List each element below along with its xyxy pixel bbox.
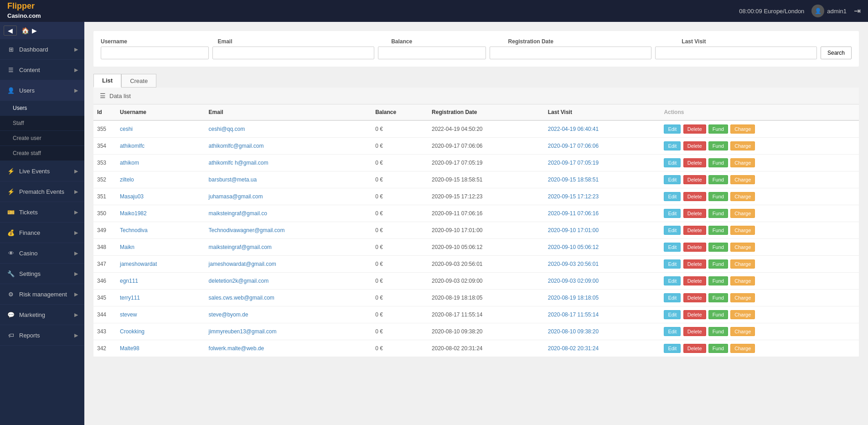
email-link[interactable]: jimmyreuben13@gmail.com bbox=[209, 328, 277, 335]
delete-button[interactable]: Delete bbox=[683, 327, 706, 336]
edit-button[interactable]: Edit bbox=[664, 276, 681, 285]
delete-button[interactable]: Delete bbox=[683, 344, 706, 353]
username-link[interactable]: terry111 bbox=[120, 295, 140, 301]
email-link[interactable]: maiksteingraf@gmail.co bbox=[209, 210, 267, 217]
sidebar-sub-item-staff[interactable]: Staff bbox=[0, 116, 84, 131]
username-link[interactable]: Maiko1982 bbox=[120, 210, 147, 217]
edit-button[interactable]: Edit bbox=[664, 243, 681, 252]
charge-button[interactable]: Charge bbox=[730, 141, 755, 150]
fund-button[interactable]: Fund bbox=[708, 226, 728, 235]
delete-button[interactable]: Delete bbox=[683, 124, 706, 134]
balance-input[interactable] bbox=[378, 47, 486, 59]
username-link[interactable]: ziltelo bbox=[120, 176, 134, 183]
username-link[interactable]: Crookking bbox=[120, 328, 145, 335]
sidebar-item-tickets[interactable]: 🎫 Tickets ▶ bbox=[0, 202, 84, 223]
username-link[interactable]: stevew bbox=[120, 311, 137, 318]
edit-button[interactable]: Edit bbox=[664, 327, 681, 336]
sidebar-item-reports[interactable]: 🏷 Reports ▶ bbox=[0, 325, 84, 346]
fund-button[interactable]: Fund bbox=[708, 243, 728, 252]
sidebar-item-finance[interactable]: 💰 Finance ▶ bbox=[0, 223, 84, 243]
sidebar-item-marketing[interactable]: 💬 Marketing ▶ bbox=[0, 305, 84, 325]
edit-button[interactable]: Edit bbox=[664, 310, 681, 319]
fund-button[interactable]: Fund bbox=[708, 158, 728, 167]
delete-button[interactable]: Delete bbox=[683, 209, 706, 218]
fund-button[interactable]: Fund bbox=[708, 175, 728, 184]
fund-button[interactable]: Fund bbox=[708, 259, 728, 269]
email-link[interactable]: barsburst@meta.ua bbox=[209, 176, 257, 183]
username-link[interactable]: jameshowardat bbox=[120, 261, 157, 267]
sidebar-toggle[interactable]: ◀ bbox=[4, 26, 17, 36]
fund-button[interactable]: Fund bbox=[708, 276, 728, 285]
fund-button[interactable]: Fund bbox=[708, 209, 728, 218]
email-link[interactable]: athikomlfc@gmail.com bbox=[209, 143, 264, 149]
charge-button[interactable]: Charge bbox=[730, 327, 755, 336]
sidebar-item-casino[interactable]: 👁 Casino ▶ bbox=[0, 243, 84, 264]
charge-button[interactable]: Charge bbox=[730, 124, 755, 134]
email-link[interactable]: athikomlfc h@gmail.com bbox=[209, 160, 269, 166]
email-link[interactable]: sales.cws.web@gmail.com bbox=[209, 295, 274, 301]
email-link[interactable]: jameshowardat@gmail.com bbox=[209, 261, 276, 267]
delete-button[interactable]: Delete bbox=[683, 158, 706, 167]
sidebar-sub-item-users[interactable]: Users bbox=[0, 101, 84, 116]
tab-create[interactable]: Create bbox=[121, 74, 156, 88]
edit-button[interactable]: Edit bbox=[664, 344, 681, 353]
username-input[interactable] bbox=[101, 47, 209, 59]
email-link[interactable]: deletetion2k@gmail.com bbox=[209, 278, 269, 284]
charge-button[interactable]: Charge bbox=[730, 243, 755, 252]
username-link[interactable]: ceshi bbox=[120, 126, 133, 132]
charge-button[interactable]: Charge bbox=[730, 310, 755, 319]
email-link[interactable]: ceshi@qq.com bbox=[209, 126, 245, 132]
search-button[interactable]: Search bbox=[821, 47, 852, 59]
edit-button[interactable]: Edit bbox=[664, 124, 681, 134]
edit-button[interactable]: Edit bbox=[664, 293, 681, 302]
edit-button[interactable]: Edit bbox=[664, 209, 681, 218]
email-input[interactable] bbox=[212, 47, 374, 59]
sidebar-sub-item-create-staff[interactable]: Create staff bbox=[0, 146, 84, 161]
edit-button[interactable]: Edit bbox=[664, 158, 681, 167]
delete-button[interactable]: Delete bbox=[683, 259, 706, 269]
sidebar-item-users[interactable]: 👤 Users ▶ bbox=[0, 80, 84, 101]
edit-button[interactable]: Edit bbox=[664, 192, 681, 201]
fund-button[interactable]: Fund bbox=[708, 141, 728, 150]
fund-button[interactable]: Fund bbox=[708, 192, 728, 201]
fund-button[interactable]: Fund bbox=[708, 327, 728, 336]
tab-list[interactable]: List bbox=[93, 74, 121, 88]
username-link[interactable]: egn111 bbox=[120, 278, 138, 284]
username-link[interactable]: athikomlfc bbox=[120, 143, 145, 149]
sidebar-item-content[interactable]: ☰ Content ▶ bbox=[0, 60, 84, 80]
charge-button[interactable]: Charge bbox=[730, 344, 755, 353]
charge-button[interactable]: Charge bbox=[730, 209, 755, 218]
delete-button[interactable]: Delete bbox=[683, 226, 706, 235]
sidebar-item-live-events[interactable]: ⚡ Live Events ▶ bbox=[0, 161, 84, 181]
username-link[interactable]: Technodiva bbox=[120, 227, 148, 233]
delete-button[interactable]: Delete bbox=[683, 276, 706, 285]
charge-button[interactable]: Charge bbox=[730, 259, 755, 269]
delete-button[interactable]: Delete bbox=[683, 175, 706, 184]
charge-button[interactable]: Charge bbox=[730, 293, 755, 302]
delete-button[interactable]: Delete bbox=[683, 293, 706, 302]
edit-button[interactable]: Edit bbox=[664, 141, 681, 150]
charge-button[interactable]: Charge bbox=[730, 175, 755, 184]
username-link[interactable]: athikom bbox=[120, 160, 139, 166]
sidebar-item-prematch-events[interactable]: ⚡ Prematch Events ▶ bbox=[0, 181, 84, 202]
sidebar-item-dashboard[interactable]: ⊞ Dashboard ▶ bbox=[0, 39, 84, 60]
regdate-input[interactable] bbox=[490, 47, 651, 59]
fund-button[interactable]: Fund bbox=[708, 293, 728, 302]
edit-button[interactable]: Edit bbox=[664, 259, 681, 269]
lastvisit-input[interactable] bbox=[655, 47, 817, 59]
fund-button[interactable]: Fund bbox=[708, 344, 728, 353]
sidebar-item-risk-management[interactable]: ⚙ Risk management ▶ bbox=[0, 284, 84, 305]
delete-button[interactable]: Delete bbox=[683, 141, 706, 150]
fund-button[interactable]: Fund bbox=[708, 124, 728, 134]
email-link[interactable]: steve@byom.de bbox=[209, 311, 248, 318]
charge-button[interactable]: Charge bbox=[730, 276, 755, 285]
charge-button[interactable]: Charge bbox=[730, 192, 755, 201]
sidebar-sub-item-create-user[interactable]: Create user bbox=[0, 131, 84, 146]
logout-icon[interactable]: ⇥ bbox=[854, 6, 861, 16]
fund-button[interactable]: Fund bbox=[708, 310, 728, 319]
username-link[interactable]: Malte98 bbox=[120, 345, 140, 352]
sidebar-item-settings[interactable]: 🔧 Settings ▶ bbox=[0, 264, 84, 284]
email-link[interactable]: Technodivawagner@gmail.com bbox=[209, 227, 285, 233]
charge-button[interactable]: Charge bbox=[730, 158, 755, 167]
delete-button[interactable]: Delete bbox=[683, 243, 706, 252]
